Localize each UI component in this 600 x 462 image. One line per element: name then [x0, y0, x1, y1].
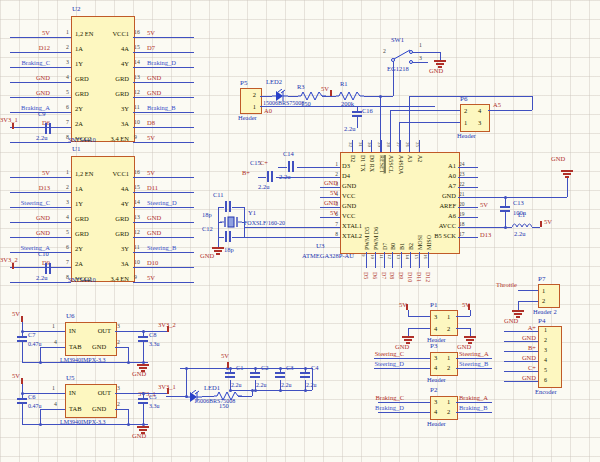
wire [505, 212, 506, 227]
wire [128, 409, 129, 424]
wire [258, 177, 266, 178]
wire [410, 252, 411, 268]
wire [128, 347, 129, 362]
capacitor-icon[interactable] [138, 335, 148, 343]
gnd-symbol-icon [561, 170, 573, 172]
wire [393, 62, 394, 96]
wire [401, 252, 402, 268]
wire [115, 347, 128, 348]
pin-number: 5 [54, 229, 69, 235]
gnd-label: GND [314, 200, 338, 207]
pin-number: 3 [478, 119, 481, 126]
wire [408, 328, 409, 336]
pin-row: 3A 10 D8 [103, 118, 200, 133]
wire [419, 252, 420, 268]
pin-number: 3 [434, 354, 437, 361]
ic-u1-sn754410[interactable]: U1 SN754410 5V 1 1,2 EN D13 2 1A Steerin… [4, 154, 204, 304]
pin-column-left: 5V 1 1,2 EN D12 2 1A Braking_C 3 1Y GND … [4, 28, 101, 148]
designator: P7 [538, 276, 545, 283]
designator: SW1 [391, 37, 404, 44]
pin-name: 3A [103, 120, 129, 127]
pin-column-right: VCC1 16 5V 4A 15 D11 4Y 14 Steering_D GR… [103, 168, 200, 288]
inductor-l1[interactable] [512, 221, 532, 229]
wire [312, 368, 313, 390]
pin-number: 13 [134, 214, 144, 220]
capacitor-icon[interactable] [17, 335, 27, 343]
capacitor-icon[interactable] [300, 371, 310, 379]
cap-value: 18p [224, 247, 234, 254]
pin-name: GRD [75, 215, 89, 222]
pin-number: 13 [396, 254, 401, 259]
pin-name: A6 [428, 212, 456, 219]
capacitor-icon[interactable] [275, 371, 285, 379]
wire [456, 358, 492, 359]
pin-name: A4SDA [398, 155, 404, 191]
pin-number: 4 [434, 325, 437, 332]
capacitor-icon[interactable] [250, 371, 260, 379]
pin-number: 3 [54, 59, 69, 65]
pin-name: B0 [390, 208, 396, 250]
5v-label: 5V [12, 311, 20, 318]
wire [352, 140, 353, 152]
wire [244, 207, 245, 237]
net-label: Steering_B [459, 361, 488, 368]
pin-name: 3,4 EN [103, 275, 129, 282]
pin-row: 4Y 14 Steering_D [103, 198, 200, 213]
net-label: GND [4, 214, 50, 221]
wire [133, 67, 194, 68]
wire [371, 140, 372, 152]
5v-label: 5V [544, 219, 552, 226]
pin-row: 5V 1 1,2 EN [4, 28, 101, 43]
capacitor-icon[interactable] [266, 171, 274, 182]
pin-number: 3 [434, 398, 437, 405]
pin-name: 2A [75, 120, 83, 127]
designator: U2 [72, 6, 81, 13]
wire [10, 82, 71, 83]
pin-row: Braking_A 6 2Y [4, 103, 101, 118]
net-label: GND [504, 354, 536, 361]
net-label: GND [4, 74, 50, 81]
capacitor-icon[interactable] [500, 205, 510, 213]
junction-dot [21, 392, 24, 395]
pin-number: 1 [544, 327, 547, 333]
pin-number: 22 [459, 181, 473, 187]
crystal-y1[interactable] [220, 216, 242, 228]
ic-u2-sn754410[interactable]: U2 SN754410 5V 1 1,2 EN D12 2 1A Braking… [4, 14, 204, 164]
pin-name: 3Y [103, 105, 129, 112]
capacitor-icon[interactable] [224, 231, 232, 242]
capacitor-icon[interactable] [225, 371, 235, 379]
junction-dot [185, 367, 188, 370]
wire [218, 207, 219, 247]
net-label-a0: A0 [264, 108, 272, 115]
capacitor-icon[interactable] [287, 161, 295, 172]
net-label: C+ [504, 364, 536, 371]
pin-row: D13 2 1A [4, 183, 101, 198]
capacitor-icon[interactable] [44, 263, 52, 274]
wire [322, 96, 330, 97]
capacitor-icon[interactable] [44, 123, 52, 134]
wire [504, 331, 538, 332]
capacitor-icon[interactable] [224, 201, 232, 212]
wire [428, 252, 429, 268]
net-label: D5 [363, 272, 369, 294]
pin-number: 2 [117, 402, 120, 408]
capacitor-icon[interactable] [17, 397, 27, 405]
pin-name: A0 [428, 172, 456, 179]
wire [504, 361, 538, 362]
net-label: Braking_B [459, 405, 488, 412]
net-label: GND [4, 229, 50, 236]
pin-row: 4Y 14 Braking_D [103, 58, 200, 73]
net-label: GND [147, 214, 161, 221]
net-label: A+ [504, 324, 536, 331]
pin-row: 5V 1 1,2 EN [4, 168, 101, 183]
net-label-c-plus: C+ [260, 160, 268, 167]
pin-number: 2 [447, 325, 450, 332]
capacitor-icon[interactable] [352, 110, 362, 118]
pin-number: 11 [134, 244, 144, 250]
wire [458, 187, 478, 188]
wire [330, 96, 336, 97]
capacitor-icon[interactable] [138, 397, 148, 405]
wire [380, 96, 381, 152]
cap-value: 2.2u [36, 275, 47, 282]
pin-number: 1 [246, 103, 256, 110]
